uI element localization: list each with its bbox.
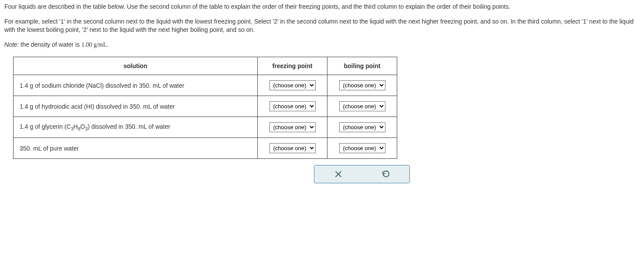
solution-cell: 1.4 g of glycerin (C3H8O3) dissolved in … xyxy=(14,117,258,138)
header-freezing-point: freezing point xyxy=(258,57,327,75)
header-boiling-point: boiling point xyxy=(327,57,397,75)
note-end: . xyxy=(107,41,109,48)
solution-cell: 1.4 g of hydroiodic acid (HI) dissolved … xyxy=(14,96,258,117)
boiling-point-cell: (choose one)1234 xyxy=(327,138,397,159)
boiling-point-cell: (choose one)1234 xyxy=(327,117,397,138)
table-row: 1.4 g of sodium chloride (NaCl) dissolve… xyxy=(14,75,397,96)
note-text: the density of water is xyxy=(19,41,81,48)
header-solution: solution xyxy=(14,57,258,75)
freezing-point-cell: (choose one)1234 xyxy=(258,138,327,159)
chemical-formula: C3H8O3 xyxy=(66,123,88,130)
boiling-point-select[interactable]: (choose one)1234 xyxy=(339,122,385,132)
instruction-paragraph-1: Four liquids are described in the table … xyxy=(4,3,640,11)
freezing-point-select[interactable]: (choose one)1234 xyxy=(269,101,316,111)
freezing-point-cell: (choose one)1234 xyxy=(258,96,327,117)
boiling-point-select[interactable]: (choose one)1234 xyxy=(339,101,385,111)
table-row: 350. mL of pure water(choose one)1234(ch… xyxy=(14,138,397,159)
chemical-formula: NaCl xyxy=(88,82,102,89)
boiling-point-select[interactable]: (choose one)1234 xyxy=(339,80,385,90)
solutions-table: solution freezing point boiling point 1.… xyxy=(13,57,397,159)
freezing-point-cell: (choose one)1234 xyxy=(258,75,327,96)
instruction-paragraph-2: For example, select '1' in the second co… xyxy=(4,17,640,34)
table-body: 1.4 g of sodium chloride (NaCl) dissolve… xyxy=(14,75,397,159)
action-bar xyxy=(314,165,410,183)
freezing-point-select[interactable]: (choose one)1234 xyxy=(269,143,316,153)
reset-icon[interactable] xyxy=(382,170,390,179)
freezing-point-cell: (choose one)1234 xyxy=(258,117,327,138)
freezing-point-select[interactable]: (choose one)1234 xyxy=(269,122,316,132)
note-paragraph: Note: the density of water is 1.00 g/mL. xyxy=(4,41,640,49)
freezing-point-select[interactable]: (choose one)1234 xyxy=(269,80,316,90)
boiling-point-select[interactable]: (choose one)1234 xyxy=(339,143,385,153)
chemical-formula: HI xyxy=(86,103,92,110)
instructions-block: Four liquids are described in the table … xyxy=(4,3,640,49)
solution-cell: 1.4 g of sodium chloride (NaCl) dissolve… xyxy=(14,75,258,96)
note-label: Note: xyxy=(4,41,19,48)
boiling-point-cell: (choose one)1234 xyxy=(327,96,397,117)
density-value: 1.00 g/mL xyxy=(82,41,107,48)
close-icon[interactable] xyxy=(334,170,343,179)
table-row: 1.4 g of glycerin (C3H8O3) dissolved in … xyxy=(14,117,397,138)
table-header-row: solution freezing point boiling point xyxy=(14,57,397,75)
boiling-point-cell: (choose one)1234 xyxy=(327,75,397,96)
solution-cell: 350. mL of pure water xyxy=(14,138,258,159)
table-row: 1.4 g of hydroiodic acid (HI) dissolved … xyxy=(14,96,397,117)
